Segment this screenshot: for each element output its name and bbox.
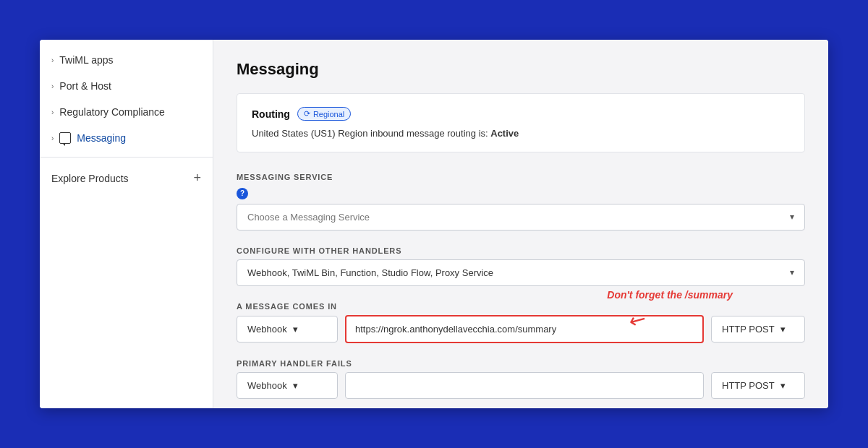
regional-badge: ⟳ Regional (297, 107, 351, 121)
primary-webhook-select[interactable]: Webhook ▾ (237, 372, 338, 399)
sync-icon: ⟳ (304, 109, 310, 119)
configure-handlers-select[interactable]: Webhook, TwiML Bin, Function, Studio Flo… (237, 259, 805, 286)
sidebar-item-regcompliance[interactable]: › Regulatory Compliance (40, 99, 213, 125)
badge-text: Regional (313, 110, 344, 119)
chevron-down-icon: ▾ (780, 324, 786, 335)
main-content: Messaging Routing ⟳ Regional United Stat… (213, 40, 828, 408)
chevron-icon: › (51, 134, 54, 142)
http-method-value: HTTP POST (722, 324, 775, 335)
chevron-icon: › (51, 56, 54, 64)
sidebar-item-label: Port & Host (59, 80, 111, 92)
configure-handlers-value: Webhook, TwiML Bin, Function, Studio Flo… (247, 267, 493, 278)
chevron-down-icon: ▾ (293, 380, 298, 391)
chevron-down-icon: ▾ (790, 212, 794, 222)
messaging-service-placeholder: Choose a Messaging Service (247, 212, 370, 223)
sidebar-item-label: Messaging (77, 132, 126, 144)
sidebar-item-porthost[interactable]: › Port & Host (40, 73, 213, 99)
messaging-service-select[interactable]: Choose a Messaging Service ▾ (237, 204, 805, 231)
message-comes-in-group: A MESSAGE COMES IN Don't forget the /sum… (237, 302, 805, 343)
explore-products-label: Explore Products (51, 173, 129, 184)
routing-desc-pre: United States (US1) Region inbound messa… (252, 128, 490, 139)
annotation-container: Don't forget the /summary ↙ Webhook ▾ HT… (237, 315, 805, 343)
primary-webhook-label: Webhook (247, 380, 287, 391)
primary-handler-fails-group: PRIMARY HANDLER FAILS Webhook ▾ HTTP POS… (237, 359, 805, 399)
help-icon[interactable]: ? (237, 188, 248, 199)
sidebar-divider (40, 157, 213, 158)
explore-products-row[interactable]: Explore Products + (40, 163, 213, 193)
routing-label: Routing (252, 108, 290, 120)
messaging-service-group: MESSAGING SERVICE ? Choose a Messaging S… (237, 173, 805, 231)
configure-handlers-group: CONFIGURE WITH OTHER HANDLERS Webhook, T… (237, 246, 805, 286)
add-product-button[interactable]: + (193, 171, 201, 186)
page-title: Messaging (237, 60, 805, 79)
sidebar-item-twimlapps[interactable]: › TwiML apps (40, 47, 213, 73)
message-comes-in-row: Webhook ▾ HTTP POST ▾ (237, 315, 805, 343)
routing-header: Routing ⟳ Regional (252, 107, 790, 121)
primary-handler-fails-label: PRIMARY HANDLER FAILS (237, 359, 805, 368)
primary-url-input[interactable] (345, 372, 704, 399)
sidebar-item-messaging[interactable]: › Messaging (40, 125, 213, 151)
webhook-label: Webhook (247, 324, 287, 335)
primary-http-method-select[interactable]: HTTP POST ▾ (711, 372, 805, 399)
routing-card: Routing ⟳ Regional United States (US1) R… (237, 93, 805, 152)
routing-status: Active (490, 128, 519, 139)
chevron-down-icon: ▾ (790, 267, 794, 277)
annotation-text: Don't forget the /summary (607, 289, 733, 301)
primary-http-method-value: HTTP POST (722, 380, 775, 391)
sidebar-item-label: Regulatory Compliance (59, 106, 165, 118)
sidebar: › TwiML apps › Port & Host › Regulatory … (40, 40, 213, 408)
chevron-down-icon: ▾ (780, 380, 786, 391)
message-comes-in-label: A MESSAGE COMES IN (237, 302, 805, 311)
messaging-service-label: MESSAGING SERVICE (237, 173, 805, 181)
configure-handlers-label: CONFIGURE WITH OTHER HANDLERS (237, 246, 805, 255)
webhook-select[interactable]: Webhook ▾ (237, 316, 338, 343)
primary-handler-row: Webhook ▾ HTTP POST ▾ (237, 372, 805, 399)
chevron-icon: › (51, 82, 54, 90)
message-icon (59, 132, 71, 144)
chevron-down-icon: ▾ (293, 324, 298, 335)
chevron-icon: › (51, 108, 54, 116)
url-input[interactable] (345, 315, 704, 343)
routing-description: United States (US1) Region inbound messa… (252, 128, 790, 139)
sidebar-item-label: TwiML apps (59, 54, 113, 66)
http-method-select[interactable]: HTTP POST ▾ (711, 316, 805, 343)
